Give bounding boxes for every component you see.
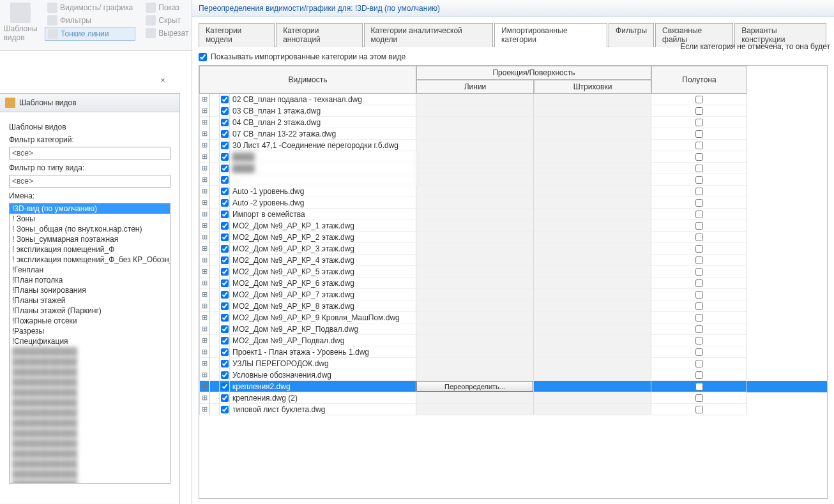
table-row[interactable]: МО2_Дом №9_АР_КР_Подвал.dwg	[199, 323, 827, 335]
visibility-checkbox[interactable]	[221, 383, 229, 390]
lines-cell[interactable]	[416, 117, 534, 128]
lines-cell[interactable]	[416, 243, 534, 255]
override-button[interactable]: Переопределить...	[416, 381, 533, 392]
lines-cell[interactable]	[416, 105, 534, 117]
visibility-checkbox[interactable]	[221, 142, 229, 149]
table-row[interactable]: крепления.dwg (2)	[199, 392, 827, 404]
list-item[interactable]: !Генплан	[10, 265, 170, 275]
halftone-checkbox[interactable]	[695, 188, 703, 195]
table-row[interactable]: МО2_Дом №9_АР_Подвал.dwg	[199, 335, 827, 346]
table-row[interactable]: …	[199, 174, 827, 186]
visibility-checkbox[interactable]	[221, 337, 229, 345]
expand-icon[interactable]	[199, 105, 209, 117]
visibility-checkbox[interactable]	[221, 199, 229, 207]
table-row[interactable]: МО2_Дом №9_АР_КР_7 этаж.dwg	[199, 289, 827, 300]
panel-close-icon[interactable]: ×	[158, 77, 167, 85]
expand-icon[interactable]	[199, 381, 209, 392]
patterns-cell[interactable]	[534, 209, 651, 220]
table-row[interactable]: ████	[199, 151, 827, 163]
visibility-checkbox[interactable]	[221, 291, 229, 299]
halftone-checkbox[interactable]	[695, 371, 703, 379]
halftone-checkbox[interactable]	[695, 302, 703, 310]
table-row[interactable]: МО2_Дом №9_АР_КР_9 Кровля_МашПом.dwg	[199, 312, 827, 323]
halftone-checkbox[interactable]	[695, 153, 703, 161]
patterns-cell[interactable]	[534, 323, 651, 335]
list-item[interactable]: ! Зоны_общая (по внут.кон.нар.стен)	[10, 224, 170, 234]
table-row[interactable]: 03 СВ_план 1 этажа.dwg	[199, 105, 827, 117]
visibility-checkbox[interactable]	[221, 96, 229, 103]
lines-cell[interactable]	[416, 128, 534, 140]
lines-cell[interactable]	[416, 220, 534, 232]
halftone-checkbox[interactable]	[695, 142, 703, 149]
expand-icon[interactable]	[199, 323, 209, 335]
table-row[interactable]: МО2_Дом №9_АР_КР_5 этаж.dwg	[199, 266, 827, 278]
patterns-cell[interactable]	[534, 163, 651, 174]
patterns-cell[interactable]	[534, 255, 651, 266]
lines-cell[interactable]	[416, 174, 534, 186]
list-item[interactable]: !Планы зонирования	[10, 285, 170, 295]
expand-icon[interactable]	[199, 232, 209, 243]
halftone-checkbox[interactable]	[695, 268, 703, 276]
expand-icon[interactable]	[199, 300, 209, 312]
expand-icon[interactable]	[199, 392, 209, 404]
expand-icon[interactable]	[199, 346, 209, 358]
lines-cell[interactable]	[416, 255, 534, 266]
visibility-checkbox[interactable]	[221, 302, 229, 310]
patterns-cell[interactable]	[534, 197, 651, 209]
visibility-checkbox[interactable]	[221, 188, 229, 195]
patterns-cell[interactable]	[534, 335, 651, 346]
visibility-checkbox[interactable]	[221, 406, 229, 413]
expand-icon[interactable]	[199, 255, 209, 266]
show-imported-checkbox[interactable]	[199, 53, 207, 61]
halftone-checkbox[interactable]	[695, 233, 703, 241]
lines-cell[interactable]	[416, 278, 534, 289]
filter-category-select[interactable]	[9, 147, 171, 159]
expand-icon[interactable]	[199, 358, 209, 369]
visibility-checkbox[interactable]	[221, 233, 229, 241]
lines-cell[interactable]	[416, 94, 534, 105]
table-row[interactable]: типовой лист буклета.dwg	[199, 404, 827, 415]
visibility-checkbox[interactable]	[221, 245, 229, 253]
table-row[interactable]: УЗЛЫ ПЕРЕГОРОДОК.dwg	[199, 358, 827, 369]
tab[interactable]: Категории аннотаций	[276, 23, 362, 47]
cut-button[interactable]: Вырезат	[143, 27, 191, 40]
tab[interactable]: Импортированные категории	[494, 23, 607, 47]
patterns-cell[interactable]	[534, 266, 651, 278]
lines-cell[interactable]	[416, 151, 534, 163]
table-row[interactable]: Проект1 - План этажа - Уровень 1.dwg	[199, 346, 827, 358]
thin-lines-button[interactable]: Тонкие линии	[45, 27, 135, 41]
patterns-cell[interactable]	[534, 151, 651, 163]
patterns-cell[interactable]	[534, 381, 651, 392]
patterns-cell[interactable]	[534, 105, 651, 117]
lines-cell[interactable]	[416, 392, 534, 404]
halftone-checkbox[interactable]	[695, 165, 703, 172]
patterns-cell[interactable]	[534, 117, 651, 128]
table-row[interactable]: МО2_Дом №9_АР_КР_4 этаж.dwg	[199, 255, 827, 266]
visibility-checkbox[interactable]	[221, 371, 229, 379]
visibility-checkbox[interactable]	[221, 211, 229, 218]
halftone-checkbox[interactable]	[695, 291, 703, 299]
lines-cell[interactable]	[416, 209, 534, 220]
lines-cell[interactable]	[416, 335, 534, 346]
halftone-checkbox[interactable]	[695, 279, 703, 287]
visibility-checkbox[interactable]	[221, 165, 229, 172]
halftone-checkbox[interactable]	[695, 107, 703, 115]
table-row[interactable]: 30 Лист 47,1 -Соединение перегородки г.б…	[199, 140, 827, 151]
halftone-checkbox[interactable]	[695, 394, 703, 402]
list-item[interactable]: ! экспликация помещений_Ф_без КР_Обозн_з…	[10, 255, 170, 265]
table-row[interactable]: 02 СВ_план подвала - техканал.dwg	[199, 94, 827, 105]
patterns-cell[interactable]	[534, 186, 651, 197]
expand-icon[interactable]	[199, 278, 209, 289]
table-row[interactable]: МО2_Дом №9_АР_КР_1 этаж.dwg	[199, 220, 827, 232]
halftone-checkbox[interactable]	[695, 325, 703, 333]
list-item[interactable]: !Разрезы	[10, 326, 170, 336]
halftone-checkbox[interactable]	[695, 96, 703, 103]
patterns-cell[interactable]	[534, 404, 651, 415]
lines-cell[interactable]	[416, 346, 534, 358]
patterns-cell[interactable]	[534, 140, 651, 151]
list-item[interactable]: !Планы этажей (Паркинг)	[10, 306, 170, 316]
halftone-checkbox[interactable]	[695, 130, 703, 138]
list-item[interactable]: ! Зоны_суммарная поэтажная	[10, 234, 170, 244]
table-row[interactable]: Условные обозначения.dwg	[199, 369, 827, 381]
visibility-graphics-button[interactable]: Видимость/ графика	[45, 1, 135, 14]
